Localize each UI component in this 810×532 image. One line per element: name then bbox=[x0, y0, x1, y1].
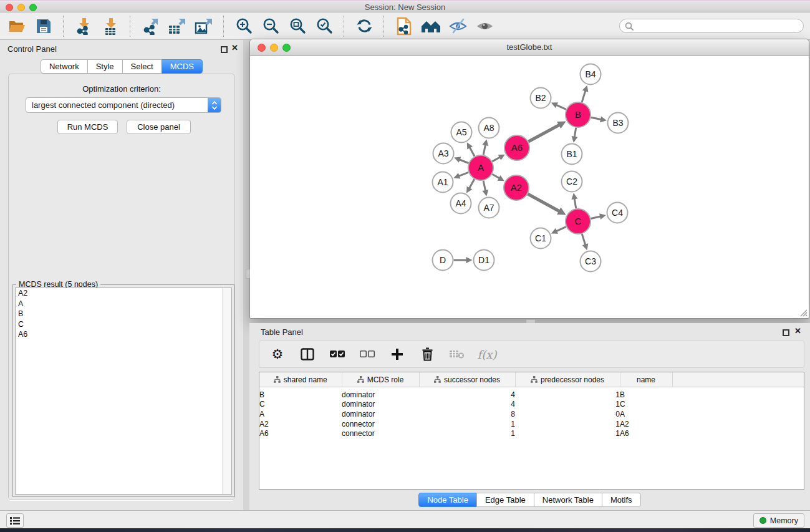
split-columns-button[interactable] bbox=[299, 346, 316, 362]
table-row[interactable]: B dominator 4 1 B bbox=[259, 387, 804, 400]
graph-edge[interactable] bbox=[469, 179, 475, 189]
graph-edge[interactable] bbox=[483, 181, 486, 191]
network-window-titlebar[interactable]: testGlobe.txt bbox=[250, 39, 809, 56]
close-panel-button[interactable]: Close panel bbox=[127, 120, 191, 134]
column-header-predecessor-nodes[interactable]: predecessor nodes bbox=[515, 372, 620, 387]
cell-shared-name[interactable]: C bbox=[259, 400, 342, 410]
graph-edge[interactable] bbox=[591, 117, 602, 120]
export-image-button[interactable] bbox=[193, 16, 215, 36]
cell-name[interactable]: A2 bbox=[620, 419, 672, 429]
cell-predecessor-nodes[interactable]: 1 bbox=[515, 419, 620, 429]
cell-shared-name[interactable]: A2 bbox=[259, 419, 342, 429]
zoom-selected-button[interactable] bbox=[314, 16, 335, 36]
column-header-mcds-role[interactable]: MCDS role bbox=[342, 372, 419, 387]
cell-successor-nodes[interactable]: 1 bbox=[419, 428, 515, 438]
save-session-button[interactable] bbox=[33, 16, 54, 36]
graph-edge[interactable] bbox=[528, 194, 560, 211]
criterion-dropdown[interactable]: largest connected component (directed) bbox=[26, 97, 221, 113]
zoom-in-button[interactable] bbox=[233, 16, 254, 36]
graph-edge[interactable] bbox=[492, 174, 500, 178]
table-row[interactable]: A6 connector 1 1 A6 bbox=[259, 428, 804, 438]
column-header-name[interactable]: name bbox=[620, 372, 672, 387]
column-header-shared-name[interactable]: shared name bbox=[259, 372, 342, 387]
graph-edge[interactable] bbox=[582, 234, 586, 246]
cell-successor-nodes[interactable]: 8 bbox=[419, 409, 515, 419]
graph-edge[interactable] bbox=[470, 147, 475, 156]
graph-edge[interactable] bbox=[492, 157, 500, 161]
graph-edge[interactable] bbox=[459, 159, 469, 163]
cell-name[interactable]: A bbox=[620, 409, 672, 419]
float-panel-icon[interactable] bbox=[221, 44, 228, 52]
cell-successor-nodes[interactable]: 1 bbox=[419, 419, 515, 429]
cell-mcds-role[interactable]: dominator bbox=[342, 409, 419, 419]
tab-node-table[interactable]: Node Table bbox=[418, 493, 477, 507]
apply-layout-button[interactable] bbox=[354, 16, 375, 36]
cell-predecessor-nodes[interactable]: 0 bbox=[515, 409, 620, 419]
delete-table-button[interactable] bbox=[449, 346, 465, 362]
graph-edge[interactable] bbox=[574, 198, 576, 208]
tab-motifs[interactable]: Motifs bbox=[602, 493, 641, 507]
cell-mcds-role[interactable]: connector bbox=[342, 419, 419, 429]
search-input[interactable] bbox=[637, 21, 803, 31]
table-settings-button[interactable]: ⚙ bbox=[269, 346, 286, 362]
show-all-button[interactable] bbox=[474, 16, 495, 36]
graph-edge[interactable] bbox=[574, 128, 576, 138]
table-row[interactable]: C dominator 4 1 C bbox=[259, 400, 804, 410]
list-item[interactable]: A6 bbox=[16, 329, 231, 340]
cell-predecessor-nodes[interactable]: 1 bbox=[515, 400, 620, 410]
cell-successor-nodes[interactable]: 4 bbox=[419, 400, 515, 410]
cell-successor-nodes[interactable]: 4 bbox=[419, 387, 515, 400]
hide-selected-button[interactable] bbox=[447, 16, 468, 36]
cell-predecessor-nodes[interactable]: 1 bbox=[515, 428, 620, 438]
cell-shared-name[interactable]: A6 bbox=[259, 428, 342, 438]
cell-name[interactable]: B bbox=[620, 387, 672, 400]
function-builder-button[interactable]: f(x) bbox=[479, 346, 495, 362]
tab-edge-table[interactable]: Edge Table bbox=[476, 493, 534, 507]
list-item[interactable]: B bbox=[16, 309, 231, 319]
cell-predecessor-nodes[interactable]: 1 bbox=[515, 387, 620, 400]
zoom-fit-button[interactable] bbox=[287, 16, 308, 36]
deselect-all-button[interactable] bbox=[359, 346, 375, 362]
column-header-successor-nodes[interactable]: successor nodes bbox=[419, 372, 515, 387]
table-row[interactable]: A2 connector 1 1 A2 bbox=[259, 419, 804, 429]
add-column-button[interactable] bbox=[389, 346, 405, 362]
tab-style[interactable]: Style bbox=[87, 59, 123, 74]
list-item[interactable]: C bbox=[16, 319, 231, 330]
tab-network-table[interactable]: Network Table bbox=[534, 493, 602, 507]
network-canvas[interactable]: AA1A2A3A4A5A6A7A8BB1B2B3B4CC1C2C3C4DD1 bbox=[250, 56, 809, 318]
zoom-out-button[interactable] bbox=[260, 16, 281, 36]
list-item[interactable]: A2 bbox=[16, 288, 231, 299]
resize-grip-icon[interactable] bbox=[799, 309, 808, 317]
close-table-panel-icon[interactable]: ✕ bbox=[794, 327, 802, 335]
table-row[interactable]: A dominator 8 0 A bbox=[259, 409, 804, 419]
run-mcds-button[interactable]: Run MCDS bbox=[57, 120, 118, 134]
export-network-button[interactable] bbox=[140, 16, 161, 36]
graph-edge[interactable] bbox=[483, 144, 486, 155]
tab-mcds[interactable]: MCDS bbox=[162, 59, 203, 74]
select-all-button[interactable] bbox=[329, 346, 345, 362]
graph-edge[interactable] bbox=[582, 90, 586, 102]
scrollbar-track[interactable] bbox=[222, 288, 231, 494]
graph-edge[interactable] bbox=[556, 105, 566, 110]
list-item[interactable]: A bbox=[16, 299, 231, 309]
home-button[interactable] bbox=[420, 16, 441, 36]
network-from-file-button[interactable] bbox=[393, 16, 415, 36]
graph-edge[interactable] bbox=[591, 216, 601, 219]
cell-shared-name[interactable]: B bbox=[259, 387, 342, 400]
tab-network[interactable]: Network bbox=[41, 59, 88, 74]
import-table-button[interactable] bbox=[100, 16, 121, 36]
task-history-button[interactable] bbox=[6, 513, 24, 528]
close-panel-icon[interactable]: ✕ bbox=[231, 44, 239, 52]
import-network-button[interactable] bbox=[73, 16, 94, 36]
memory-button[interactable]: Memory bbox=[753, 513, 804, 528]
cell-name[interactable]: A6 bbox=[620, 428, 672, 438]
graph-edge[interactable] bbox=[528, 125, 560, 142]
graph-edge[interactable] bbox=[458, 172, 469, 176]
graph-edge[interactable] bbox=[556, 227, 566, 232]
cell-mcds-role[interactable]: connector bbox=[342, 428, 419, 438]
float-table-panel-icon[interactable] bbox=[783, 327, 790, 335]
cell-mcds-role[interactable]: dominator bbox=[342, 400, 419, 410]
export-table-button[interactable] bbox=[166, 16, 188, 36]
delete-column-button[interactable] bbox=[419, 346, 435, 362]
tab-select[interactable]: Select bbox=[122, 59, 162, 74]
